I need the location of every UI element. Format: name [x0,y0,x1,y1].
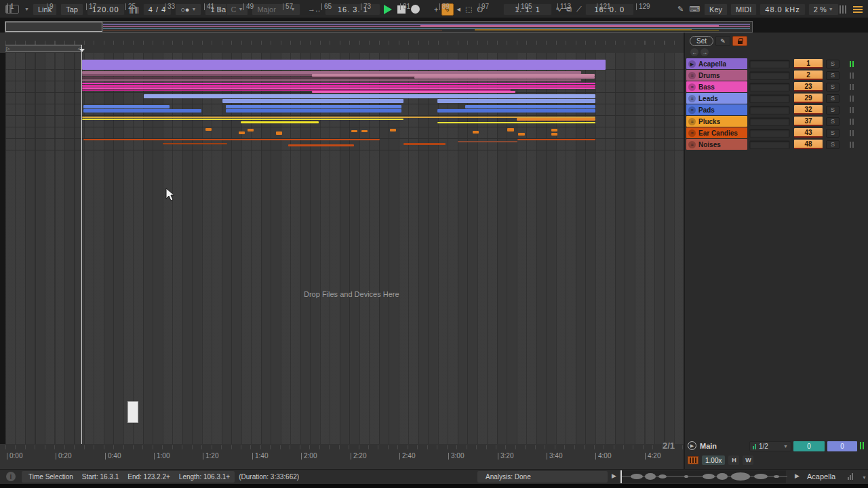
arrangement-clip[interactable] [82,77,414,79]
follow-playhead-icon[interactable]: →‥ [307,3,321,16]
solo-button[interactable]: S [826,129,840,138]
overview-viewport[interactable] [5,22,102,32]
track-fold-icon[interactable]: ≡ [688,95,696,102]
loop-start-icon[interactable]: ▷ [6,45,9,52]
arrangement-clip[interactable] [205,128,212,131]
solo-button[interactable]: S [826,60,840,68]
arrangement-clip[interactable] [226,105,401,108]
track-row[interactable]: ≡ Drums 2 S [685,70,868,81]
solo-button[interactable]: S [826,94,840,103]
arrangement-clip[interactable] [403,143,446,145]
track-title-block[interactable]: ≡ Leads [686,93,747,104]
track-row[interactable]: ≡ Pads 32 S [685,104,868,115]
cpu-load-selector[interactable]: 2 %▼ [808,3,839,16]
track-channel-number[interactable]: 48 [794,140,823,149]
track-fold-icon[interactable]: ≡ [688,83,696,91]
track-title-block[interactable]: ≡ Plucks [686,116,747,127]
track-fold-icon[interactable]: ≡ [688,141,696,148]
pencil-icon[interactable]: ✎ [715,36,730,46]
track-io-box[interactable] [749,94,790,103]
track-title-block[interactable]: ▶ Acapella [686,58,747,69]
track-io-box[interactable] [749,140,790,149]
play-button[interactable] [384,5,392,14]
crossfader-icon[interactable] [688,456,698,464]
scale-icon[interactable]: ♯ [216,3,222,16]
arrangement-clip[interactable] [458,141,517,142]
track-channel-number[interactable]: 1 [794,59,823,68]
track-fold-icon[interactable]: ≡ [688,118,696,125]
draw-mode-icon[interactable]: ✎ [676,3,685,16]
track-row[interactable]: ▶ Acapella 1 S [685,58,868,69]
preview-volume-icon[interactable] [848,473,853,480]
arrangement-clip[interactable] [248,129,254,131]
track-row[interactable]: ≡ Leads 29 S [685,93,868,104]
solo-button[interactable]: S [826,106,840,115]
track-fold-icon[interactable]: ≡ [688,72,696,79]
arrangement-clip[interactable] [82,87,595,89]
preview-waveform[interactable] [620,470,786,483]
arrangement-clip[interactable] [312,91,515,93]
arrangement-clip[interactable] [551,133,557,136]
main-send-b-value[interactable]: 0 [827,441,857,451]
back-to-arrangement-icon[interactable]: ◂ [456,3,462,16]
selection-frame-icon[interactable]: ⬚ [464,3,473,16]
arrangement-clip[interactable] [390,129,396,131]
arrangement-clip[interactable] [288,144,354,146]
set-locator-button[interactable]: Set [690,36,713,46]
track-row[interactable]: ≡ Noises 48 S [685,139,868,150]
track-channel-number[interactable]: 37 [794,117,823,126]
prev-marker-icon[interactable]: ← [690,48,698,56]
notification-menu-icon[interactable] [853,6,863,13]
arrangement-clip[interactable] [465,105,595,108]
arrangement-clip[interactable] [226,109,401,113]
zoom-height-button[interactable]: H [728,455,739,465]
arrangement-clip[interactable] [144,94,595,98]
groove-selector[interactable]: ○●▼ [175,3,201,16]
track-fold-icon[interactable]: ≡ [688,106,696,114]
main-send-a-value[interactable]: 0 [793,441,825,451]
arrangement-clip[interactable] [361,130,368,132]
track-channel-number[interactable]: 29 [794,94,823,103]
new-midi-track-icon[interactable]: + [433,3,439,16]
punch-out-icon[interactable]: ⟋ [575,3,583,16]
track-row[interactable]: ≡ Ear Candies 43 S [685,127,868,138]
arrangement-clip[interactable] [82,83,595,84]
track-title-block[interactable]: ≡ Drums [686,70,747,81]
arrangement-clip[interactable] [222,99,403,103]
play-circle-icon[interactable]: ▶ [688,441,696,450]
chevron-down-icon[interactable]: ▼ [862,475,867,480]
track-io-box[interactable] [749,117,790,126]
arrangement-position-display[interactable]: 16. 3. 1 [325,3,380,16]
track-title-block[interactable]: ≡ Noises [686,139,747,150]
arrangement-clip[interactable] [239,131,245,134]
preview-play-icon[interactable]: ▶ [612,472,616,479]
track-fold-icon[interactable]: ▶ [688,60,696,68]
loop-region[interactable]: ▷ ◁ [5,45,82,52]
track-row[interactable]: ≡ Bass 23 S [685,81,868,92]
main-track-title[interactable]: ▶ Main [688,441,717,450]
computer-midi-keyboard-icon[interactable]: ⌨ [688,3,701,16]
arrangement-clip[interactable] [83,139,380,140]
arrangement-clip[interactable] [414,77,595,79]
solo-button[interactable]: S [826,140,840,149]
track-channel-number[interactable]: 32 [794,105,823,115]
track-row[interactable]: ≡ Plucks 37 S [685,116,868,127]
track-fold-icon[interactable]: ≡ [688,129,696,137]
arrangement-clip[interactable] [351,130,357,132]
arrangement-clip[interactable] [437,99,595,103]
track-io-box[interactable] [749,60,790,68]
arrangement-clip[interactable] [82,60,606,70]
next-marker-icon[interactable]: → [701,48,709,56]
insert-marker-flag[interactable] [79,49,85,52]
arrangement-clip[interactable] [83,105,170,108]
arrangement-clip[interactable] [276,131,282,135]
info-icon[interactable]: i [6,472,16,481]
solo-button[interactable]: S [826,83,840,92]
arrangement-clip[interactable] [82,119,403,120]
arrangement-clip[interactable] [517,118,595,121]
arrangement-clip[interactable] [163,143,227,144]
solo-button[interactable]: S [826,71,840,80]
track-channel-number[interactable]: 23 [794,82,823,92]
arrangement-clip[interactable] [82,79,581,81]
arrangement-clip[interactable] [241,121,319,123]
